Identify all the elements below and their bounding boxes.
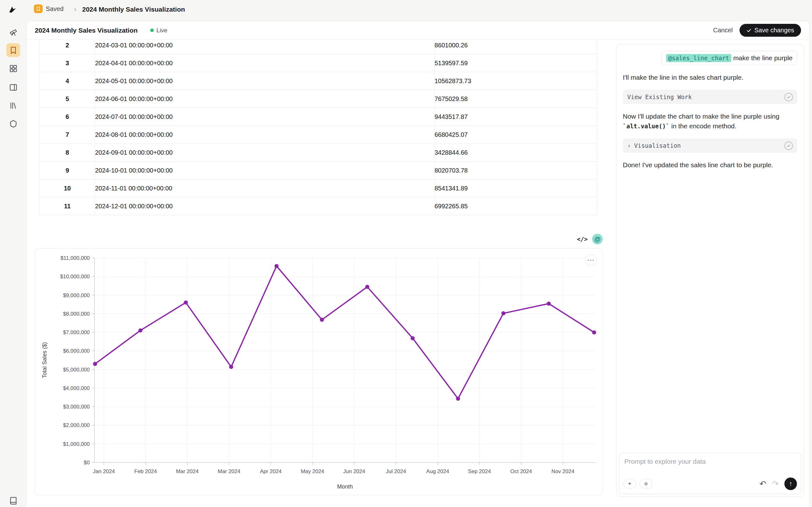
shield-icon[interactable]	[6, 117, 20, 130]
svg-text:Apr 2024: Apr 2024	[260, 468, 282, 474]
svg-text:Oct 2024: Oct 2024	[511, 468, 532, 474]
table-row: 22024-03-01 00:00:00+00:008601000.26	[40, 40, 597, 54]
cancel-button[interactable]: Cancel	[713, 27, 733, 34]
table-row: 92024-10-01 00:00:00+00:008020703.78	[40, 162, 597, 179]
svg-text:$5,000,000: $5,000,000	[63, 367, 90, 373]
svg-text:Feb 2024: Feb 2024	[134, 468, 157, 474]
table-row: 32024-04-01 00:00:00+00:005139597.59	[40, 54, 597, 72]
user-message: @sales_line_chart make the line purple	[661, 51, 797, 65]
arrow-up-icon: ↑	[789, 480, 793, 488]
table-row: 52024-06-01 00:00:00+00:007675029.58	[40, 90, 597, 108]
date-cell: 2024-11-01 00:00:00+00:00	[95, 179, 434, 198]
date-cell: 2024-06-01 00:00:00+00:00	[95, 90, 434, 108]
svg-text:Month: Month	[337, 484, 353, 490]
sidebar	[0, 19, 26, 507]
svg-text:Jul 2024: Jul 2024	[386, 468, 406, 474]
grid-icon[interactable]	[6, 61, 20, 75]
row-index-cell: 3	[40, 54, 95, 72]
bookmark-icon[interactable]	[6, 43, 20, 57]
editor-header: 2024 Monthly Sales Visualization Live Ca…	[27, 21, 809, 40]
row-index-cell: 7	[40, 126, 95, 144]
assistant-message-done: Done! I've updated the sales line chart …	[623, 160, 797, 170]
live-status-badge: Live	[150, 27, 168, 34]
assistant-message-intro: I'll make the line in the sales chart pu…	[623, 73, 797, 82]
cell-toolbar: </> @	[35, 232, 603, 246]
sales-line-chart: $0$1,000,000$2,000,000$3,000,000$4,000,0…	[35, 248, 602, 495]
book-icon[interactable]	[6, 494, 20, 507]
ellipsis-icon: ⋯	[587, 256, 595, 265]
svg-text:$9,000,000: $9,000,000	[63, 292, 90, 298]
mention-icon[interactable]: @	[592, 234, 603, 244]
save-changes-button[interactable]: Save changes	[740, 24, 801, 37]
date-cell: 2024-03-01 00:00:00+00:00	[95, 40, 434, 54]
table-body: 22024-03-01 00:00:00+00:008601000.263202…	[40, 40, 597, 215]
library-icon[interactable]	[6, 99, 20, 112]
svg-text:Sep 2024: Sep 2024	[468, 468, 491, 474]
row-index-cell: 11	[40, 198, 95, 215]
send-button[interactable]: ↑	[785, 477, 797, 490]
saved-badge-icon	[34, 4, 43, 13]
app-root: Saved › 2024 Monthly Sales Visualization	[0, 0, 812, 507]
chat-composer: ✦ ⊕ ↶ ↷ ↑	[619, 453, 801, 494]
svg-text:Jan 2024: Jan 2024	[93, 468, 115, 474]
value-cell: 9443517.87	[434, 108, 597, 126]
prompt-input[interactable]	[619, 453, 801, 470]
tool-block-visualisation[interactable]: › Visualisation	[623, 138, 797, 153]
chat-panel: @sales_line_chart make the line purple I…	[616, 44, 804, 497]
svg-text:$7,000,000: $7,000,000	[63, 329, 90, 335]
value-cell: 8541341.89	[434, 179, 597, 198]
table-row: 62024-07-01 00:00:00+00:009443517.87	[40, 108, 597, 126]
breadcrumb-title: 2024 Monthly Sales Visualization	[82, 6, 185, 13]
table-row: 102024-11-01 00:00:00+00:008541341.89	[40, 179, 597, 198]
date-cell: 2024-10-01 00:00:00+00:00	[95, 162, 434, 179]
row-index-cell: 8	[40, 144, 95, 162]
date-cell: 2024-04-01 00:00:00+00:00	[95, 54, 434, 72]
date-cell: 2024-09-01 00:00:00+00:00	[95, 144, 434, 162]
table-row: 42024-05-01 00:00:00+00:0010562873.73	[40, 72, 597, 90]
live-dot-icon	[150, 29, 154, 32]
value-cell: 8601000.26	[434, 40, 597, 54]
svg-text:$2,000,000: $2,000,000	[63, 422, 90, 428]
chart-card: $0$1,000,000$2,000,000$3,000,000$4,000,0…	[35, 248, 603, 495]
tool-check-icon	[785, 93, 793, 101]
breadcrumb-chevron-icon: ›	[74, 5, 76, 13]
date-cell: 2024-07-01 00:00:00+00:00	[95, 108, 434, 126]
row-index-cell: 10	[40, 179, 95, 198]
row-index-cell: 5	[40, 90, 95, 108]
table-row: 82024-09-01 00:00:00+00:003428844.66	[40, 144, 597, 162]
svg-text:$3,000,000: $3,000,000	[63, 404, 90, 410]
inline-code: `alt.value()`	[623, 123, 670, 129]
editor-card: 2024 Monthly Sales Visualization Live Ca…	[26, 21, 810, 507]
top-bar: Saved › 2024 Monthly Sales Visualization	[0, 0, 812, 19]
model-pill-button[interactable]: ✦	[623, 479, 636, 489]
svg-text:Nov 2024: Nov 2024	[552, 468, 575, 474]
row-index-cell: 6	[40, 108, 95, 126]
saved-status: Saved	[34, 4, 64, 13]
svg-text:$10,000,000: $10,000,000	[60, 274, 90, 280]
assistant-message-update: Now I'll update the chart to make the li…	[623, 112, 797, 131]
date-cell: 2024-05-01 00:00:00+00:00	[95, 72, 434, 90]
tool-block-view-existing-work[interactable]: View Existing Work	[623, 90, 797, 104]
row-index-cell: 9	[40, 162, 95, 179]
layout-panel-icon[interactable]	[6, 80, 20, 94]
logo-icon[interactable]	[8, 5, 17, 14]
chart-menu-button[interactable]: ⋯	[585, 254, 597, 266]
redo-icon[interactable]: ↷	[772, 479, 779, 489]
data-source-pill-button[interactable]: ⊕	[639, 479, 653, 489]
telescope-icon[interactable]	[6, 25, 20, 39]
code-view-icon[interactable]: </>	[577, 236, 588, 242]
date-cell: 2024-08-01 00:00:00+00:00	[95, 126, 434, 144]
check-icon	[746, 28, 751, 33]
table-row: 72024-08-01 00:00:00+00:006680425.07	[40, 126, 597, 144]
value-cell: 6680425.07	[434, 126, 597, 144]
date-cell: 2024-12-01 00:00:00+00:00	[95, 198, 434, 215]
svg-text:Total Sales ($): Total Sales ($)	[42, 342, 48, 378]
undo-icon[interactable]: ↶	[759, 479, 766, 489]
user-message-text: make the line purple	[733, 54, 793, 61]
value-cell: 10562873.73	[434, 72, 597, 90]
value-cell: 6992265.85	[434, 198, 597, 215]
svg-text:$0: $0	[84, 460, 90, 465]
svg-text:$11,000,000: $11,000,000	[61, 255, 90, 261]
table-row: 112024-12-01 00:00:00+00:006992265.85	[40, 198, 597, 215]
svg-text:$1,000,000: $1,000,000	[63, 441, 90, 447]
